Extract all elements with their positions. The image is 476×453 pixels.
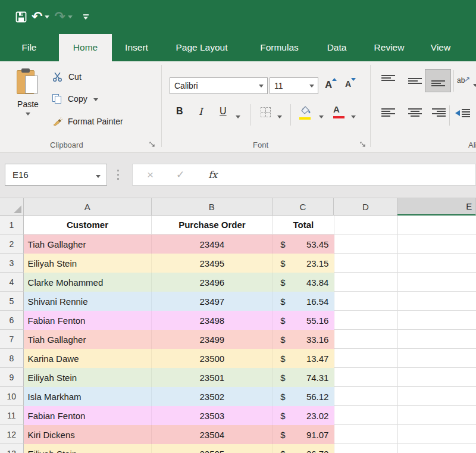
empty-cell[interactable] <box>398 215 476 235</box>
customer-cell[interactable]: Eiliyah Stein <box>24 368 152 387</box>
fill-color-dropdown-icon[interactable] <box>319 115 324 118</box>
total-cell[interactable]: $36.72 <box>273 444 334 453</box>
align-left-button[interactable] <box>381 108 395 120</box>
empty-cell[interactable] <box>398 330 476 349</box>
formula-bar-resize-handle[interactable] <box>117 170 119 180</box>
row-header-5[interactable]: 5 <box>0 292 24 311</box>
total-cell[interactable]: $55.16 <box>273 311 334 330</box>
tab-data[interactable]: Data <box>323 34 350 61</box>
bold-button[interactable]: B <box>176 106 183 117</box>
empty-cell[interactable] <box>398 444 476 453</box>
paste-dropdown-icon[interactable] <box>26 113 30 115</box>
purchase-order-cell[interactable]: 23495 <box>152 254 273 273</box>
customer-cell[interactable]: Eiliyah Stein <box>24 444 152 453</box>
cancel-icon[interactable]: × <box>147 168 154 182</box>
empty-cell[interactable] <box>334 292 398 311</box>
column-header-a[interactable]: A <box>24 198 152 215</box>
borders-button[interactable] <box>261 107 271 117</box>
underline-button[interactable]: U <box>220 106 227 117</box>
empty-cell[interactable] <box>334 425 398 444</box>
empty-cell[interactable] <box>398 349 476 368</box>
purchase-order-cell[interactable]: 23505 <box>152 444 273 453</box>
empty-cell[interactable] <box>334 330 398 349</box>
customer-cell[interactable]: Fabian Fenton <box>24 406 152 425</box>
empty-cell[interactable] <box>398 273 476 292</box>
total-cell[interactable]: $13.47 <box>273 349 334 368</box>
italic-button[interactable]: I <box>199 106 202 117</box>
borders-dropdown-icon[interactable] <box>277 115 282 118</box>
font-name-dropdown-icon[interactable] <box>259 85 264 88</box>
row-header-13[interactable]: 13 <box>0 444 24 453</box>
empty-cell[interactable] <box>334 406 398 425</box>
empty-cell[interactable] <box>398 311 476 330</box>
formula-bar[interactable]: × ✓ fx <box>132 164 476 186</box>
align-center-button[interactable] <box>408 108 422 120</box>
customer-cell[interactable]: Kiri Dickens <box>24 425 152 444</box>
font-size-dropdown-icon[interactable] <box>309 85 314 88</box>
total-cell[interactable]: $56.12 <box>273 387 334 406</box>
font-dialog-launcher-icon[interactable] <box>359 141 367 148</box>
row-header-9[interactable]: 9 <box>0 368 24 387</box>
empty-cell[interactable] <box>398 254 476 273</box>
empty-cell[interactable] <box>334 444 398 453</box>
empty-cell[interactable] <box>334 273 398 292</box>
row-header-3[interactable]: 3 <box>0 254 24 273</box>
empty-cell[interactable] <box>398 368 476 387</box>
font-size-combobox[interactable]: 11 <box>270 77 318 94</box>
column-header-b[interactable]: B <box>152 198 273 215</box>
clipboard-dialog-launcher-icon[interactable] <box>149 141 156 148</box>
align-right-button[interactable] <box>432 108 446 120</box>
name-box-dropdown-icon[interactable] <box>96 175 101 178</box>
orientation-button[interactable]: ab ↗ <box>457 76 465 85</box>
tab-formulas[interactable]: Formulas <box>254 34 305 61</box>
save-icon[interactable] <box>15 11 27 23</box>
customer-cell[interactable]: Eiliyah Stein <box>24 254 152 273</box>
row-header-1[interactable]: 1 <box>0 215 24 235</box>
tab-insert[interactable]: Insert <box>120 34 153 61</box>
purchase-order-cell[interactable]: 23498 <box>152 311 273 330</box>
customer-cell[interactable]: Fabian Fenton <box>24 311 152 330</box>
total-cell[interactable]: $23.02 <box>273 406 334 425</box>
undo-button[interactable]: ↶ <box>32 10 49 23</box>
increase-font-size-button[interactable]: A <box>325 79 332 91</box>
empty-cell[interactable] <box>398 292 476 311</box>
fill-color-button[interactable] <box>299 105 312 117</box>
empty-cell[interactable] <box>398 425 476 444</box>
row-header-6[interactable]: 6 <box>0 311 24 330</box>
select-all-corner[interactable] <box>0 198 24 215</box>
header-cell-purchase-order[interactable]: Purchase Order <box>152 215 273 235</box>
row-header-7[interactable]: 7 <box>0 330 24 349</box>
copy-button[interactable]: Copy <box>52 92 98 105</box>
tab-home[interactable]: Home <box>59 34 112 61</box>
row-header-10[interactable]: 10 <box>0 387 24 406</box>
empty-cell[interactable] <box>334 387 398 406</box>
customer-cell[interactable]: Isla Markham <box>24 387 152 406</box>
tab-file[interactable]: File <box>15 34 43 61</box>
font-color-button[interactable]: A <box>333 104 340 114</box>
customer-cell[interactable]: Tiah Gallagher <box>24 235 152 254</box>
enter-icon[interactable]: ✓ <box>176 168 184 181</box>
total-cell[interactable]: $91.07 <box>273 425 334 444</box>
customer-cell[interactable]: Tiah Gallagher <box>24 330 152 349</box>
empty-cell[interactable] <box>334 349 398 368</box>
insert-function-icon[interactable]: fx <box>208 169 217 180</box>
row-header-11[interactable]: 11 <box>0 406 24 425</box>
underline-dropdown-icon[interactable] <box>236 115 240 118</box>
purchase-order-cell[interactable]: 23500 <box>152 349 273 368</box>
font-name-combobox[interactable]: Calibri <box>170 77 268 94</box>
customer-cell[interactable]: Karina Dawe <box>24 349 152 368</box>
decrease-font-size-button[interactable]: A <box>345 79 351 89</box>
paste-button[interactable]: Paste <box>10 66 46 135</box>
empty-cell[interactable] <box>398 406 476 425</box>
top-align-button[interactable] <box>381 75 395 86</box>
undo-dropdown-icon[interactable] <box>45 15 49 18</box>
empty-cell[interactable] <box>334 215 398 235</box>
column-header-c[interactable]: C <box>273 198 334 215</box>
empty-cell[interactable] <box>334 235 398 254</box>
purchase-order-cell[interactable]: 23503 <box>152 406 273 425</box>
bottom-align-button[interactable] <box>431 75 445 86</box>
total-cell[interactable]: $43.84 <box>273 273 334 292</box>
purchase-order-cell[interactable]: 23504 <box>152 425 273 444</box>
orientation-dropdown-icon[interactable] <box>473 84 476 87</box>
header-cell-total[interactable]: Total <box>273 215 334 235</box>
